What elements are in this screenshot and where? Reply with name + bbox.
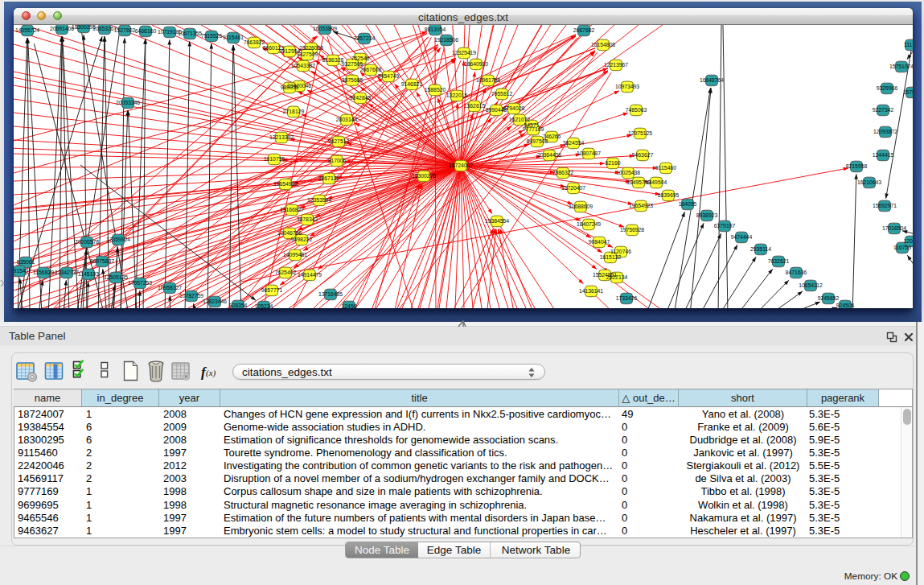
svg-text:16154808: 16154808: [591, 42, 615, 47]
svg-text:7357234: 7357234: [354, 35, 376, 41]
svg-text:6794028: 6794028: [503, 105, 525, 111]
svg-text:7955812: 7955812: [491, 91, 513, 97]
svg-text:9463627: 9463627: [632, 152, 654, 158]
svg-text:9115460: 9115460: [655, 165, 676, 171]
svg-text:8471636: 8471636: [786, 270, 807, 275]
svg-text:105234: 105234: [255, 303, 273, 308]
svg-text:3824554: 3824554: [563, 140, 585, 146]
svg-text:3867130: 3867130: [318, 175, 340, 181]
svg-text:14136141: 14136141: [579, 288, 603, 294]
svg-text:3878342: 3878342: [297, 216, 318, 222]
svg-text:989035: 989035: [281, 84, 299, 90]
svg-text:928354: 928354: [229, 303, 248, 308]
svg-text:12450: 12450: [342, 303, 357, 308]
svg-text:19384554: 19384554: [485, 218, 509, 224]
svg-text:19756928: 19756928: [620, 227, 644, 233]
svg-text:7632621: 7632621: [768, 258, 790, 264]
svg-text:9245652: 9245652: [818, 295, 840, 301]
svg-text:9474444: 9474444: [731, 234, 753, 240]
svg-text:1120746: 1120746: [610, 249, 631, 254]
svg-text:1527602: 1527602: [114, 27, 136, 33]
svg-text:15300275: 15300275: [412, 173, 436, 179]
svg-text:10961758: 10961758: [476, 77, 500, 83]
svg-text:(x): (x): [206, 368, 216, 378]
svg-text:7515526: 7515526: [201, 33, 223, 39]
svg-text:7986322: 7986322: [552, 170, 574, 175]
svg-text:9777169: 9777169: [523, 126, 544, 132]
svg-text:9115461: 9115461: [223, 35, 244, 40]
svg-text:19218506: 19218506: [434, 37, 458, 43]
svg-text:23226058: 23226058: [299, 45, 323, 51]
svg-text:2687682: 2687682: [573, 27, 595, 33]
svg-text:10025438: 10025438: [616, 170, 640, 175]
svg-text:19654982: 19654982: [273, 181, 298, 187]
svg-text:19166827: 19166827: [280, 207, 304, 212]
svg-text:12505135: 12505135: [104, 274, 128, 280]
svg-text:7485063: 7485063: [626, 107, 647, 113]
svg-text:6839695: 6839695: [658, 192, 680, 198]
svg-text:19654923: 19654923: [629, 203, 653, 208]
svg-text:8215958: 8215958: [846, 163, 868, 169]
svg-text:7663822: 7663822: [244, 39, 265, 45]
svg-text:817006: 817006: [328, 158, 347, 163]
svg-text:116753: 116753: [893, 245, 911, 250]
svg-text:8938923: 8938923: [696, 212, 718, 218]
svg-text:12213382: 12213382: [269, 134, 294, 140]
svg-text:15692971: 15692971: [873, 203, 897, 208]
svg-text:20053346: 20053346: [116, 100, 140, 105]
svg-text:16053809: 16053809: [313, 26, 337, 31]
svg-text:1362615: 1362615: [464, 103, 486, 109]
svg-text:10543382: 10543382: [291, 63, 315, 68]
svg-text:10973493: 10973493: [615, 84, 639, 89]
svg-text:17016504: 17016504: [882, 225, 906, 231]
svg-text:10653267: 10653267: [92, 26, 117, 31]
svg-text:8813054: 8813054: [425, 27, 446, 32]
svg-text:9227342: 9227342: [873, 107, 894, 113]
svg-text:2967608: 2967608: [360, 67, 382, 72]
svg-text:1733426: 1733426: [616, 295, 638, 301]
svg-text:16210643: 16210643: [857, 179, 881, 185]
svg-text:12093872: 12093872: [873, 129, 897, 134]
svg-text:18640910: 18640910: [464, 61, 488, 67]
svg-text:10046786: 10046786: [277, 230, 302, 236]
svg-text:1621072: 1621072: [509, 117, 531, 122]
svg-text:1244415: 1244415: [873, 152, 894, 158]
svg-text:157510: 157510: [903, 89, 913, 95]
svg-text:3875685: 3875685: [342, 77, 363, 83]
svg-text:9146821: 9146821: [401, 81, 423, 87]
svg-text:10688609: 10688609: [569, 204, 593, 209]
svg-text:20691406: 20691406: [50, 26, 74, 31]
svg-text:8454749: 8454749: [378, 73, 400, 79]
svg-text:10807487: 10807487: [577, 150, 601, 156]
svg-text:2522134: 2522134: [606, 274, 628, 280]
svg-text:15720407: 15720407: [561, 185, 585, 191]
svg-text:2718129: 2718129: [283, 109, 305, 114]
svg-text:16648764: 16648764: [700, 77, 724, 83]
svg-text:11174: 11174: [904, 42, 913, 47]
svg-text:924506: 924506: [836, 303, 855, 308]
svg-text:1349504: 1349504: [646, 179, 667, 185]
svg-text:17359924: 17359924: [106, 237, 130, 242]
svg-text:9427512: 9427512: [328, 138, 350, 144]
svg-text:8186328: 8186328: [322, 57, 344, 63]
svg-text:18724007: 18724007: [449, 163, 473, 168]
svg-text:391540: 391540: [14, 268, 29, 274]
svg-text:10654112: 10654112: [799, 282, 823, 288]
svg-text:20364436: 20364436: [537, 152, 561, 158]
svg-text:12342737: 12342737: [55, 270, 79, 275]
svg-text:14055724: 14055724: [15, 27, 39, 33]
svg-text:20206578: 20206578: [75, 239, 99, 245]
svg-text:1588520: 1588520: [425, 87, 446, 93]
svg-text:12044: 12044: [904, 238, 913, 244]
svg-text:2803144: 2803144: [336, 117, 358, 122]
svg-text:1145193: 1145193: [78, 271, 99, 277]
svg-text:10958127: 10958127: [158, 285, 182, 290]
svg-text:9657771: 9657771: [261, 287, 283, 293]
svg-text:835061: 835061: [17, 259, 35, 265]
svg-text:14914479: 14914479: [298, 272, 322, 278]
svg-text:6379197: 6379197: [714, 223, 736, 229]
svg-text:6497508: 6497508: [527, 138, 548, 144]
svg-text:10671355: 10671355: [178, 31, 202, 36]
svg-text:62160: 62160: [606, 160, 621, 166]
svg-text:12213967: 12213967: [604, 62, 628, 68]
